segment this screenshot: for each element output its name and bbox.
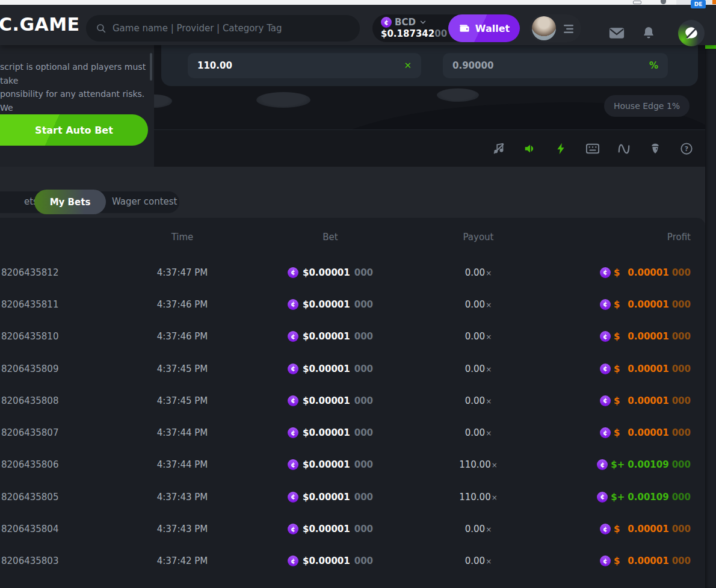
bet-amount-trailing: 000 — [354, 556, 373, 566]
bet-amount-value: $0.00001 — [303, 427, 350, 438]
table-row[interactable]: 8206435810 4:37:46 PM ¢ $0.00001000 0.00… — [0, 321, 705, 353]
table-row[interactable]: 8206435805 4:37:43 PM ¢ $0.00001000 110.… — [0, 481, 705, 513]
chat-toggle-button[interactable] — [678, 20, 705, 46]
payout-input[interactable] — [197, 60, 404, 71]
bet-profit: ¢ $+0.00109000 — [552, 492, 705, 503]
table-row[interactable]: 8206435806 4:37:44 PM ¢ $0.00001000 110.… — [0, 449, 705, 481]
payout-multiplier-icon: × — [486, 269, 492, 277]
bcd-coin-icon: ¢ — [597, 492, 608, 503]
bet-amount-value: $0.00001 — [303, 459, 350, 470]
browser-corner-decoration — [712, 0, 716, 4]
table-row[interactable]: 8206435803 4:37:42 PM ¢ $0.00001000 0.00… — [0, 545, 705, 577]
tab-my-bets[interactable]: My Bets — [34, 190, 106, 214]
table-row[interactable]: 8206435807 4:37:44 PM ¢ $0.00001000 0.00… — [0, 416, 705, 448]
win-chance-input[interactable] — [452, 60, 649, 71]
browser-extension-icon[interactable] — [661, 0, 666, 4]
browser-toolbar-icon[interactable] — [633, 1, 641, 4]
table-row[interactable]: 8206435812 4:37:47 PM ¢ $0.00001000 0.00… — [0, 256, 705, 288]
search-input[interactable] — [113, 23, 350, 34]
sound-on-icon[interactable] — [523, 142, 537, 155]
game-settings-panel: ✕ % — [161, 45, 698, 86]
bet-amount: ¢ $0.00001000 — [256, 556, 404, 566]
payout-multiplier-icon: × — [486, 525, 492, 534]
start-auto-bet-button[interactable]: Start Auto Bet — [0, 114, 148, 146]
site-logo[interactable]: C.GAME — [0, 14, 80, 35]
profit-trailing: 000 — [672, 331, 691, 342]
currency-selector[interactable]: ¢ BCD $0.18734200 — [381, 17, 453, 39]
bet-id: 8206435809 — [0, 364, 108, 374]
payout-value: 0.00 — [465, 331, 485, 342]
bet-id: 8206435806 — [0, 459, 108, 470]
table-row[interactable]: 8206435808 4:37:45 PM ¢ $0.00001000 0.00… — [0, 385, 705, 416]
table-header-row: Time Bet Payout Profit — [0, 218, 705, 256]
bet-amount: ¢ $0.00001000 — [256, 395, 404, 406]
bet-amount-value: $0.00001 — [303, 331, 350, 342]
bet-payout: 110.00× — [404, 459, 552, 470]
bet-time: 4:37:46 PM — [108, 299, 256, 310]
table-row[interactable]: 8206435809 4:37:45 PM ¢ $0.00001000 0.00… — [0, 353, 705, 385]
profit-sign: $ — [614, 556, 620, 566]
payout-multiplier-icon: × — [492, 461, 498, 469]
profit-trailing: 000 — [672, 267, 691, 278]
profile-menu-icon[interactable] — [562, 24, 574, 34]
game-toolbar: ? — [154, 129, 705, 167]
bcd-coin-icon: ¢ — [288, 267, 298, 278]
bell-icon — [641, 26, 656, 40]
table-row[interactable]: 8206435811 4:37:46 PM ¢ $0.00001000 0.00… — [0, 288, 705, 320]
panel-scrollbar[interactable] — [150, 53, 152, 81]
profit-sign: $ — [614, 267, 620, 278]
locale-badge[interactable]: DE — [691, 0, 706, 8]
hotkeys-icon[interactable] — [586, 142, 599, 155]
bcd-coin-icon: ¢ — [600, 331, 611, 342]
wallet-button[interactable]: Wallet — [448, 14, 520, 42]
bet-amount: ¢ $0.00001000 — [256, 267, 404, 278]
percent-icon: % — [649, 60, 658, 71]
bet-time: 4:37:43 PM — [108, 492, 256, 503]
payout-multiplier-icon: × — [486, 429, 492, 438]
right-scroll-rail[interactable] — [705, 45, 716, 588]
game-search[interactable] — [86, 15, 360, 42]
payout-multiplier-icon: × — [486, 365, 492, 374]
bet-id: 8206435812 — [0, 267, 108, 278]
bcd-coin-icon: ¢ — [288, 331, 298, 342]
inbox-button[interactable] — [608, 25, 626, 41]
trends-icon[interactable] — [617, 142, 631, 155]
bet-amount-value: $0.00001 — [303, 267, 350, 278]
tab-wager-contest[interactable]: Wager contest — [112, 196, 177, 207]
table-body: 8206435812 4:37:47 PM ¢ $0.00001000 0.00… — [0, 256, 705, 588]
notifications-button[interactable] — [640, 25, 658, 41]
svg-text:?: ? — [685, 145, 688, 153]
bet-amount-value: $0.00001 — [303, 395, 350, 406]
bet-amount: ¢ $0.00001000 — [256, 331, 404, 342]
table-row[interactable]: 8206435804 4:37:43 PM ¢ $0.00001000 0.00… — [0, 513, 705, 545]
chat-off-icon — [684, 25, 699, 41]
bcd-coin-icon: ¢ — [597, 459, 608, 470]
help-icon[interactable]: ? — [680, 142, 693, 155]
wallet-label: Wallet — [475, 23, 510, 34]
header-payout: Payout — [404, 232, 552, 243]
bet-amount: ¢ $0.00001000 — [256, 364, 404, 374]
user-avatar[interactable] — [532, 16, 556, 40]
bet-profit: ¢ $0.00001000 — [552, 556, 705, 566]
multiplier-x-icon[interactable]: ✕ — [404, 60, 412, 71]
payout-value: 0.00 — [465, 556, 485, 566]
payout-value: 0.00 — [465, 267, 485, 278]
profile-group[interactable] — [529, 14, 581, 42]
payout-multiplier-icon: × — [492, 494, 498, 502]
profit-sign: $ — [614, 427, 620, 438]
bet-controls-panel: script is optional and players must take… — [0, 45, 154, 167]
table-row[interactable]: 8206435812 4:37:47 PM ¢ $0.00001000 0.00… — [0, 577, 705, 588]
turbo-bet-icon[interactable] — [555, 142, 568, 155]
bet-amount-value: $0.00001 — [303, 492, 350, 503]
bet-amount-value: $0.00001 — [303, 299, 350, 310]
bet-id: 8206435805 — [0, 492, 108, 503]
bcd-coin-icon: ¢ — [288, 492, 298, 503]
bet-time: 4:37:46 PM — [108, 331, 256, 342]
payout-multiplier-icon: × — [486, 301, 492, 309]
bet-time: 4:37:43 PM — [108, 524, 256, 534]
music-off-icon[interactable] — [492, 142, 505, 155]
seed-icon[interactable] — [649, 142, 662, 155]
win-chance-input-field[interactable]: % — [443, 53, 668, 78]
bet-time: 4:37:45 PM — [108, 395, 256, 406]
payout-input-field[interactable]: ✕ — [188, 53, 421, 78]
